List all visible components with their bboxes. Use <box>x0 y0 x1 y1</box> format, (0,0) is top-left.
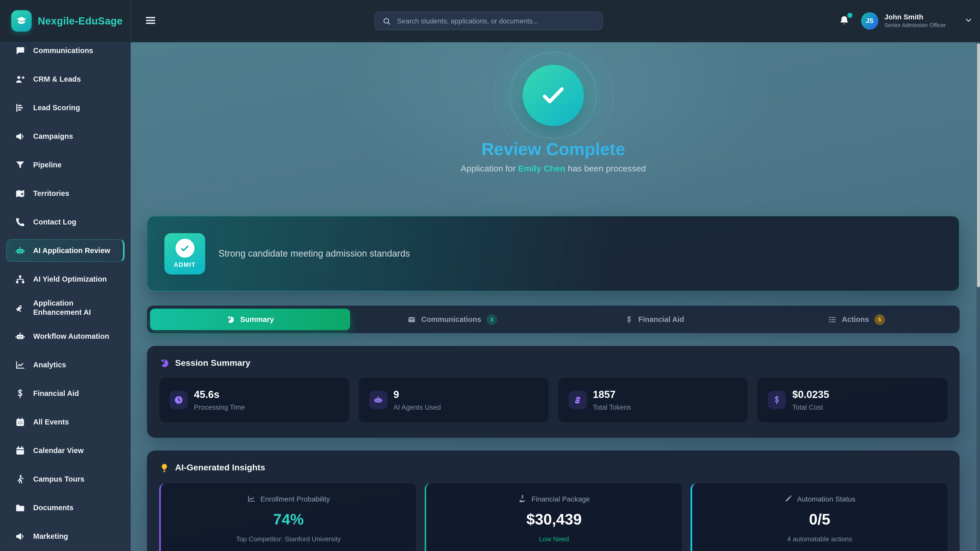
notifications-button[interactable] <box>837 13 852 29</box>
hand-dollar-icon <box>518 494 527 503</box>
sidebar-item-application-enhancement-ai[interactable]: Application Enhancement AI <box>6 297 124 319</box>
sidebar-item-territories[interactable]: Territories <box>6 182 124 205</box>
menu-toggle-button[interactable] <box>142 12 159 30</box>
robot-icon <box>373 395 383 405</box>
pencil-icon <box>784 494 792 503</box>
list-check-icon <box>828 315 837 324</box>
sidebar: CommunicationsCRM & LeadsLead ScoringCam… <box>0 0 130 551</box>
graduation-cap-icon <box>11 10 32 32</box>
scrollbar-thumb[interactable] <box>977 43 980 287</box>
dollar-icon-tile <box>768 391 786 409</box>
sidebar-item-label: Documents <box>33 503 78 512</box>
insight-subtext: Low Need <box>539 535 569 543</box>
decision-label: ADMIT <box>174 261 196 268</box>
clock-icon-tile <box>169 391 188 409</box>
sidebar-item-analytics[interactable]: Analytics <box>6 354 124 376</box>
brand: Nexgile-EduSage <box>0 10 130 32</box>
dollar-icon <box>625 315 633 324</box>
sidebar-item-label: Campaigns <box>33 132 77 141</box>
sidebar-item-contact-log[interactable]: Contact Log <box>6 211 124 233</box>
sidebar-item-ai-yield-optimization[interactable]: AI Yield Optimization <box>6 268 124 290</box>
stat-label: Processing Time <box>194 403 349 411</box>
user-menu[interactable]: JS John Smith Senior Admission Officer <box>861 12 973 30</box>
app-root: Nexgile-EduSage JS John Smith Senior Adm… <box>0 0 980 551</box>
sidebar-item-workflow-automation[interactable]: Workflow Automation <box>6 325 124 348</box>
ripple-ring <box>493 36 613 155</box>
admit-badge: ADMIT <box>164 233 205 274</box>
sidebar-item-crm-leads[interactable]: CRM & Leads <box>6 68 124 90</box>
sidebar-item-label: Territories <box>33 189 73 198</box>
chart-line-icon <box>247 494 256 503</box>
chart-line-icon <box>15 359 25 370</box>
stat-card-processing-time: 45.6sProcessing Time <box>159 378 349 422</box>
pie-icon <box>226 315 235 324</box>
map-icon <box>15 188 25 199</box>
search-input[interactable] <box>396 17 595 25</box>
sidebar-item-communications[interactable]: Communications <box>6 39 124 62</box>
sidebar-item-label: Calendar View <box>33 446 88 455</box>
insight-card-enrollment-probability: Enrollment Probability74%Top Competitor:… <box>159 483 416 551</box>
check-icon <box>175 239 194 258</box>
app-header: Nexgile-EduSage JS John Smith Senior Adm… <box>0 0 980 42</box>
coins-icon-tile <box>568 391 587 409</box>
sidebar-item-label: Campus Tours <box>33 475 89 484</box>
tab-bar: SummaryCommunications3Financial AidActio… <box>147 306 959 333</box>
sidebar-item-pipeline[interactable]: Pipeline <box>6 154 124 176</box>
stat-value: 1857 <box>593 389 748 400</box>
rocket-icon <box>15 302 25 313</box>
coins-icon <box>573 395 583 405</box>
review-hero: Review Complete Application for Emily Ch… <box>147 65 959 198</box>
insight-value: $30,439 <box>527 512 582 527</box>
sidebar-item-campus-tours[interactable]: Campus Tours <box>6 468 124 490</box>
user-name: John Smith <box>885 13 946 22</box>
stat-value: 9 <box>393 389 549 400</box>
phone-icon <box>15 217 25 227</box>
stat-card-total-tokens: 1857Total Tokens <box>558 378 748 422</box>
sidebar-item-documents[interactable]: Documents <box>6 496 124 519</box>
stat-card-total-cost: $0.0235Total Cost <box>758 378 948 422</box>
insight-title: Automation Status <box>784 494 856 503</box>
session-stats: 45.6sProcessing Time9AI Agents Used1857T… <box>159 378 947 422</box>
hamburger-icon <box>145 14 157 26</box>
tab-summary[interactable]: Summary <box>150 309 350 330</box>
sidebar-item-campaigns[interactable]: Campaigns <box>6 125 124 148</box>
insight-subtext: 4 automatable actions <box>787 535 852 543</box>
sidebar-item-label: All Events <box>33 417 73 427</box>
search-box <box>375 12 603 30</box>
comments-icon <box>15 45 25 56</box>
tab-actions[interactable]: Actions5 <box>756 309 956 330</box>
sidebar-item-all-events[interactable]: All Events <box>6 411 124 433</box>
ranking-icon <box>15 102 25 113</box>
sidebar-item-label: Marketing <box>33 532 72 541</box>
search-icon <box>382 17 391 25</box>
insight-value: 0/5 <box>809 512 830 527</box>
sidebar-nav: CommunicationsCRM & LeadsLead ScoringCam… <box>0 39 130 548</box>
sidebar-item-label: Contact Log <box>33 218 80 227</box>
insight-subtext: Top Competitor: Stanford University <box>236 535 341 543</box>
sidebar-item-calendar-view[interactable]: Calendar View <box>6 439 124 462</box>
sitemap-icon <box>15 274 25 284</box>
calendar-icon <box>15 445 25 456</box>
sidebar-item-label: AI Yield Optimization <box>33 275 111 284</box>
section-title: AI-Generated Insights <box>175 463 265 473</box>
funnel-icon <box>15 159 25 170</box>
tab-financial-aid[interactable]: Financial Aid <box>554 309 754 330</box>
tab-communications[interactable]: Communications3 <box>352 309 552 330</box>
sidebar-item-label: Analytics <box>33 360 70 369</box>
sidebar-item-lead-scoring[interactable]: Lead Scoring <box>6 97 124 119</box>
student-name: Emily Chen <box>518 164 565 173</box>
tab-label: Actions <box>842 315 869 324</box>
insight-card-financial-package: Financial Package$30,439Low Need <box>425 483 682 551</box>
sidebar-item-financial-aid[interactable]: Financial Aid <box>6 382 124 405</box>
stat-value: 45.6s <box>194 389 349 400</box>
main-content: Review Complete Application for Emily Ch… <box>130 0 980 551</box>
sidebar-item-label: Workflow Automation <box>33 332 113 341</box>
dollar-icon <box>772 395 782 405</box>
user-plus-icon <box>15 74 25 84</box>
insight-title: Enrollment Probability <box>247 494 330 503</box>
header-actions: JS John Smith Senior Admission Officer <box>837 0 973 42</box>
session-summary-card: Session Summary 45.6sProcessing Time9AI … <box>147 346 959 438</box>
sidebar-item-ai-application-review[interactable]: AI Application Review <box>6 239 124 262</box>
sidebar-item-marketing[interactable]: Marketing <box>6 525 124 548</box>
decision-message: Strong candidate meeting admission stand… <box>218 248 410 259</box>
